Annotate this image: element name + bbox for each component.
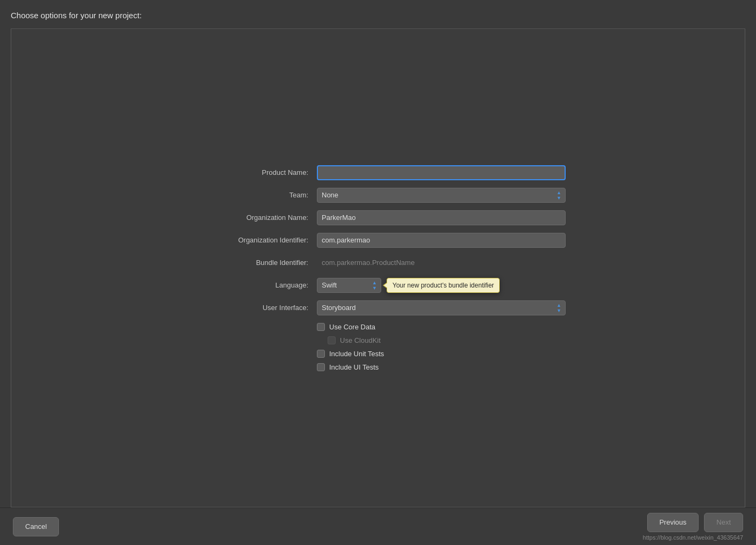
language-label: Language: xyxy=(190,281,308,289)
use-core-data-row: Use Core Data xyxy=(317,323,566,331)
user-interface-select[interactable]: Storyboard SwiftUI xyxy=(317,300,566,315)
include-unit-tests-row: Include Unit Tests xyxy=(317,350,566,358)
team-select-wrapper: None ▲ ▼ xyxy=(317,188,566,203)
use-cloudkit-label: Use CloudKit xyxy=(340,336,381,344)
product-name-input[interactable] xyxy=(317,165,566,180)
include-ui-tests-label: Include UI Tests xyxy=(329,363,379,371)
bottom-right: Previous Next https://blog.csdn.net/weix… xyxy=(643,513,743,541)
window-title: Choose options for your new project: xyxy=(11,11,745,20)
next-button: Next xyxy=(704,513,743,532)
include-ui-tests-checkbox[interactable] xyxy=(317,363,325,371)
tooltip-text: Your new product's bundle identifier xyxy=(392,282,494,289)
footer-url: https://blog.csdn.net/weixin_43635647 xyxy=(643,534,743,541)
previous-button[interactable]: Previous xyxy=(647,513,699,532)
url-and-buttons: Previous Next https://blog.csdn.net/weix… xyxy=(643,513,743,541)
language-select[interactable]: Swift Objective-C xyxy=(317,278,381,293)
language-select-wrapper: Swift Objective-C ▲ ▼ xyxy=(317,278,381,293)
form-container: Product Name: Team: None ▲ ▼ Orga xyxy=(190,165,566,371)
bottom-left: Cancel xyxy=(13,517,59,536)
include-unit-tests-checkbox[interactable] xyxy=(317,350,325,358)
bottom-bar: Cancel Previous Next https://blog.csdn.n… xyxy=(0,507,756,545)
bundle-identifier-label: Bundle Identifier: xyxy=(190,259,308,267)
team-row: Team: None ▲ ▼ xyxy=(190,188,566,203)
org-name-label: Organization Name: xyxy=(190,213,308,222)
bundle-identifier-tooltip: Your new product's bundle identifier xyxy=(387,278,500,293)
use-cloudkit-row: Use CloudKit xyxy=(328,336,566,344)
bundle-identifier-value: com.parkermao.ProductName xyxy=(317,255,566,270)
product-name-label: Product Name: xyxy=(190,168,308,176)
product-name-row: Product Name: xyxy=(190,165,566,180)
checkboxes-area: Use Core Data Use CloudKit Include Unit … xyxy=(317,323,566,371)
include-unit-tests-label: Include Unit Tests xyxy=(329,350,384,358)
include-ui-tests-row: Include UI Tests xyxy=(317,363,566,371)
org-identifier-label: Organization Identifier: xyxy=(190,236,308,244)
user-interface-label: User Interface: xyxy=(190,304,308,312)
org-name-input[interactable] xyxy=(317,210,566,225)
team-label: Team: xyxy=(190,191,308,199)
language-row: Language: Swift Objective-C ▲ ▼ Your n xyxy=(190,278,566,293)
org-identifier-input[interactable] xyxy=(317,233,566,248)
use-core-data-checkbox[interactable] xyxy=(317,323,325,331)
window-container: Choose options for your new project: Pro… xyxy=(0,0,756,507)
cancel-button[interactable]: Cancel xyxy=(13,517,59,536)
user-interface-select-wrapper: Storyboard SwiftUI ▲ ▼ xyxy=(317,300,566,315)
org-name-row: Organization Name: xyxy=(190,210,566,225)
user-interface-row: User Interface: Storyboard SwiftUI ▲ ▼ xyxy=(190,300,566,315)
bundle-identifier-row: Bundle Identifier: com.parkermao.Product… xyxy=(190,255,566,270)
use-core-data-label: Use Core Data xyxy=(329,323,375,331)
org-identifier-row: Organization Identifier: xyxy=(190,233,566,248)
language-controls: Swift Objective-C ▲ ▼ Your new product's… xyxy=(317,278,566,293)
use-cloudkit-checkbox[interactable] xyxy=(328,336,336,344)
team-select[interactable]: None xyxy=(317,188,566,203)
content-box: Product Name: Team: None ▲ ▼ Orga xyxy=(11,29,745,507)
